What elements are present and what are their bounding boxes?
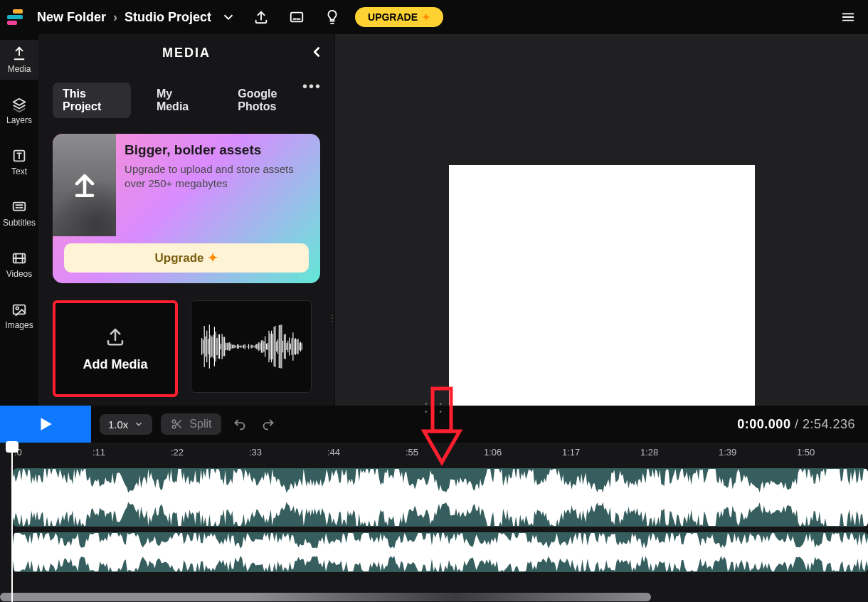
timecode: 0:00.000 / 2:54.236 (737, 417, 855, 432)
ruler-tick: 1:39 (719, 447, 736, 458)
audio-track-1[interactable] (13, 468, 868, 527)
svg-marker-105 (41, 418, 52, 430)
audio-asset-tile[interactable] (191, 300, 312, 393)
upgrade-label: UPGRADE (368, 11, 418, 23)
tab-my-media[interactable]: My Media (147, 83, 212, 118)
panel-tabs: This Project My Media Google Photos (38, 71, 334, 128)
play-button[interactable] (0, 406, 91, 443)
breadcrumb-parent[interactable]: New Folder (37, 10, 106, 25)
add-media-tile[interactable]: Add Media (53, 300, 178, 397)
ruler-tick: 1:06 (484, 447, 502, 458)
speed-label: 1.0x (108, 418, 128, 431)
sidebar-item-subtitles[interactable]: Subtitles (0, 194, 38, 233)
svg-marker-104 (424, 431, 460, 463)
panel-title: MEDIA (162, 46, 211, 60)
breadcrumb-project[interactable]: Studio Project (125, 10, 211, 25)
sidebar-item-label: Images (5, 320, 33, 330)
sidebar-item-media[interactable]: Media (0, 40, 38, 80)
annotation-arrow-icon (417, 386, 467, 471)
sidebar-item-label: Media (8, 64, 31, 74)
ruler-tick: 1:17 (562, 447, 580, 458)
menu-button[interactable] (835, 4, 861, 30)
waveform-icon (198, 318, 305, 375)
project-dropdown[interactable] (218, 7, 238, 27)
sidebar-item-videos[interactable]: Videos (0, 245, 38, 285)
promo-thumbnail (53, 134, 116, 236)
add-media-label: Add Media (83, 357, 147, 372)
sidebar-item-label: Text (11, 167, 27, 176)
upgrade-button[interactable]: UPGRADE ✦ (355, 7, 443, 27)
sidebar-item-layers[interactable]: Layers (0, 91, 38, 131)
redo-button[interactable] (258, 416, 278, 432)
sidebar-item-label: Layers (6, 115, 32, 125)
breadcrumb: New Folder › Studio Project (37, 7, 238, 27)
svg-point-18 (16, 307, 18, 310)
scrollbar-thumb[interactable] (0, 593, 651, 601)
sparkle-icon: ✦ (422, 11, 430, 23)
promo-upgrade-button[interactable]: Upgrade ✦ (64, 243, 309, 273)
promo-heading: Bigger, bolder assets (125, 142, 310, 158)
playhead[interactable] (11, 443, 13, 602)
ruler-tick: 1:28 (640, 447, 658, 458)
svg-rect-9 (14, 203, 26, 211)
total-time: 2:54.236 (803, 417, 855, 431)
svg-rect-103 (433, 389, 451, 431)
ruler-tick: 1:50 (797, 447, 815, 458)
playback-speed-selector[interactable]: 1.0x (100, 414, 152, 435)
ruler-tick: :33 (249, 447, 262, 458)
panel-more-button[interactable]: ••• (302, 78, 322, 95)
sidebar-item-label: Subtitles (3, 218, 36, 228)
export-button[interactable] (248, 4, 274, 30)
timeline-scrollbar[interactable] (0, 592, 868, 602)
collapse-panel-button[interactable] (309, 44, 324, 60)
promo-body: Upgrade to upload and store assets over … (125, 162, 310, 191)
sidebar-item-text[interactable]: Text (0, 142, 38, 182)
ruler-tick: :11 (92, 447, 105, 458)
audio-track-2[interactable] (13, 532, 868, 572)
current-time: 0:00.000 (737, 417, 790, 431)
split-label: Split (189, 418, 211, 431)
ruler-tick: :44 (327, 447, 340, 458)
split-button[interactable]: Split (161, 413, 221, 435)
svg-marker-7 (14, 99, 26, 105)
sidebar-item-label: Videos (6, 269, 32, 279)
upgrade-promo-card: Bigger, bolder assets Upgrade to upload … (53, 134, 320, 283)
sidebar-item-images[interactable]: Images (0, 296, 38, 336)
tab-this-project[interactable]: This Project (53, 83, 131, 118)
hint-button[interactable] (319, 4, 345, 30)
chevron-right-icon: › (113, 10, 117, 25)
captions-button[interactable] (284, 4, 309, 30)
promo-cta-label: Upgrade (155, 251, 204, 265)
sparkle-icon: ✦ (208, 250, 218, 265)
ruler-tick: :22 (171, 447, 184, 458)
top-bar: New Folder › Studio Project UPGRADE ✦ (0, 0, 868, 34)
app-logo (7, 9, 23, 25)
svg-rect-1 (291, 13, 303, 22)
undo-button[interactable] (230, 416, 250, 432)
